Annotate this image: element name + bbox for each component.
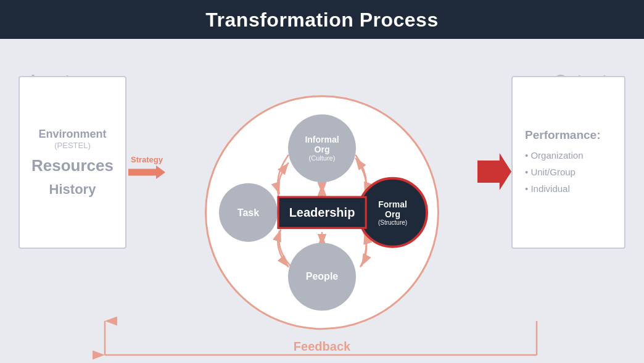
circle-container: Informal Org (Culture) Task People Forma… xyxy=(205,95,439,330)
strategy-arrow: Strategy xyxy=(128,155,165,179)
header: Transformation Process xyxy=(0,0,644,39)
title: Transformation Process xyxy=(205,9,438,31)
informal-org-sub: (Culture) xyxy=(305,154,339,162)
output-item-individual: Individual xyxy=(525,180,583,197)
input-box: Environment (PESTEL) Resources History xyxy=(19,76,126,249)
output-item-org: Organization xyxy=(525,147,583,164)
input-environment: Environment (PESTEL) xyxy=(38,128,106,150)
output-items: Organization Unit/Group Individual xyxy=(525,147,583,197)
informal-org-line1: Informal xyxy=(305,135,339,144)
output-item-unit: Unit/Group xyxy=(525,164,583,180)
formal-org-sub: (Structure) xyxy=(378,219,407,226)
environment-sub: (PESTEL) xyxy=(38,141,106,150)
people-circle: People xyxy=(288,243,356,311)
leadership-box: Leadership xyxy=(278,196,367,229)
informal-org-circle: Informal Org (Culture) xyxy=(288,114,356,182)
formal-org-line1: Formal xyxy=(378,199,407,209)
task-label: Task xyxy=(237,207,259,218)
strategy-label: Strategy xyxy=(131,155,163,164)
input-resources: Resources xyxy=(31,156,114,175)
main-content: Input Environment (PESTEL) Resources His… xyxy=(0,39,644,363)
feedback-label: Feedback xyxy=(294,340,350,354)
task-circle: Task xyxy=(219,183,278,242)
people-label: People xyxy=(306,271,338,282)
strategy-arrow-shape xyxy=(128,165,165,179)
formal-org-circle: Formal Org (Structure) xyxy=(357,177,428,248)
informal-org-line2: Org xyxy=(305,144,339,154)
input-history: History xyxy=(49,182,96,198)
feedback-svg xyxy=(0,312,644,363)
formal-org-line2: Org xyxy=(378,209,407,219)
outer-circle: Informal Org (Culture) Task People Forma… xyxy=(205,95,439,330)
leadership-label: Leadership xyxy=(289,206,355,219)
output-box: Performance: Organization Unit/Group Ind… xyxy=(511,76,625,249)
output-arrow xyxy=(477,153,511,190)
environment-text: Environment xyxy=(38,128,106,141)
output-performance: Performance: xyxy=(525,128,601,142)
